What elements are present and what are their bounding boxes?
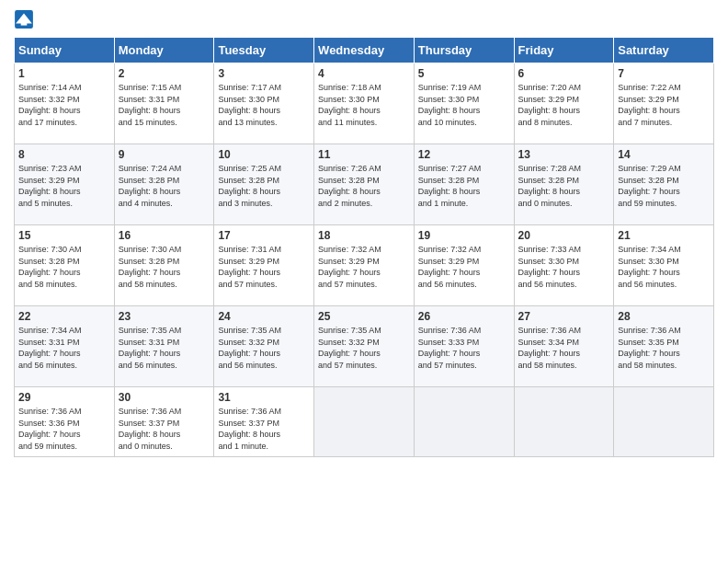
day-info: Sunrise: 7:27 AM Sunset: 3:28 PM Dayligh… [418,163,510,209]
calendar-cell: 2Sunrise: 7:15 AM Sunset: 3:31 PM Daylig… [114,63,214,144]
week-row-5: 29Sunrise: 7:36 AM Sunset: 3:36 PM Dayli… [15,387,714,457]
calendar-cell: 19Sunrise: 7:32 AM Sunset: 3:29 PM Dayli… [414,225,514,306]
day-number: 23 [119,310,210,323]
day-info: Sunrise: 7:34 AM Sunset: 3:31 PM Dayligh… [18,325,110,371]
calendar-cell [314,387,415,457]
header-row: SundayMondayTuesdayWednesdayThursdayFrid… [15,38,714,63]
calendar-cell: 12Sunrise: 7:27 AM Sunset: 3:28 PM Dayli… [414,144,514,225]
calendar-cell: 23Sunrise: 7:35 AM Sunset: 3:31 PM Dayli… [114,306,214,387]
day-info: Sunrise: 7:26 AM Sunset: 3:28 PM Dayligh… [318,163,410,209]
day-number: 6 [518,67,610,80]
day-number: 13 [518,148,610,161]
day-number: 30 [119,391,210,404]
calendar-cell: 31Sunrise: 7:36 AM Sunset: 3:37 PM Dayli… [214,387,314,457]
day-info: Sunrise: 7:36 AM Sunset: 3:36 PM Dayligh… [18,406,110,452]
calendar-body: 1Sunrise: 7:14 AM Sunset: 3:32 PM Daylig… [15,63,714,457]
col-header-monday: Monday [114,38,214,63]
logo [14,9,38,29]
calendar-cell: 5Sunrise: 7:19 AM Sunset: 3:30 PM Daylig… [414,63,514,144]
day-number: 3 [218,67,310,80]
day-number: 9 [119,148,210,161]
col-header-saturday: Saturday [614,38,714,63]
calendar-cell: 1Sunrise: 7:14 AM Sunset: 3:32 PM Daylig… [15,63,115,144]
day-number: 14 [618,148,710,161]
day-number: 25 [318,310,410,323]
day-info: Sunrise: 7:36 AM Sunset: 3:34 PM Dayligh… [518,325,610,371]
week-row-2: 8Sunrise: 7:23 AM Sunset: 3:29 PM Daylig… [15,144,714,225]
day-number: 22 [18,310,110,323]
day-info: Sunrise: 7:32 AM Sunset: 3:29 PM Dayligh… [418,244,510,290]
day-info: Sunrise: 7:28 AM Sunset: 3:28 PM Dayligh… [518,163,610,209]
calendar-cell [514,387,614,457]
calendar-cell: 7Sunrise: 7:22 AM Sunset: 3:29 PM Daylig… [614,63,714,144]
col-header-friday: Friday [514,38,614,63]
day-info: Sunrise: 7:24 AM Sunset: 3:28 PM Dayligh… [119,163,210,209]
week-row-1: 1Sunrise: 7:14 AM Sunset: 3:32 PM Daylig… [15,63,714,144]
day-info: Sunrise: 7:25 AM Sunset: 3:28 PM Dayligh… [218,163,310,209]
day-number: 5 [418,67,510,80]
svg-rect-2 [21,21,28,25]
day-info: Sunrise: 7:36 AM Sunset: 3:37 PM Dayligh… [218,406,310,452]
col-header-tuesday: Tuesday [214,38,314,63]
day-info: Sunrise: 7:17 AM Sunset: 3:30 PM Dayligh… [218,82,310,128]
day-number: 16 [119,229,210,242]
calendar-cell: 21Sunrise: 7:34 AM Sunset: 3:30 PM Dayli… [614,225,714,306]
calendar-cell: 13Sunrise: 7:28 AM Sunset: 3:28 PM Dayli… [514,144,614,225]
calendar-cell: 4Sunrise: 7:18 AM Sunset: 3:30 PM Daylig… [314,63,415,144]
day-number: 8 [18,148,110,161]
day-number: 15 [18,229,110,242]
day-number: 27 [518,310,610,323]
calendar-cell: 16Sunrise: 7:30 AM Sunset: 3:28 PM Dayli… [114,225,214,306]
day-number: 11 [318,148,410,161]
day-info: Sunrise: 7:30 AM Sunset: 3:28 PM Dayligh… [119,244,210,290]
day-info: Sunrise: 7:34 AM Sunset: 3:30 PM Dayligh… [618,244,710,290]
calendar-cell: 6Sunrise: 7:20 AM Sunset: 3:29 PM Daylig… [514,63,614,144]
day-info: Sunrise: 7:31 AM Sunset: 3:29 PM Dayligh… [218,244,310,290]
day-number: 19 [418,229,510,242]
day-number: 29 [18,391,110,404]
day-info: Sunrise: 7:18 AM Sunset: 3:30 PM Dayligh… [318,82,410,128]
logo-icon [14,9,34,29]
calendar-cell: 20Sunrise: 7:33 AM Sunset: 3:30 PM Dayli… [514,225,614,306]
calendar-table: SundayMondayTuesdayWednesdayThursdayFrid… [14,37,714,457]
day-number: 7 [618,67,710,80]
calendar-header: SundayMondayTuesdayWednesdayThursdayFrid… [15,38,714,63]
day-number: 12 [418,148,510,161]
col-header-thursday: Thursday [414,38,514,63]
calendar-cell: 9Sunrise: 7:24 AM Sunset: 3:28 PM Daylig… [114,144,214,225]
day-info: Sunrise: 7:35 AM Sunset: 3:32 PM Dayligh… [218,325,310,371]
day-info: Sunrise: 7:35 AM Sunset: 3:31 PM Dayligh… [119,325,210,371]
calendar-cell: 24Sunrise: 7:35 AM Sunset: 3:32 PM Dayli… [214,306,314,387]
calendar-cell: 28Sunrise: 7:36 AM Sunset: 3:35 PM Dayli… [614,306,714,387]
week-row-4: 22Sunrise: 7:34 AM Sunset: 3:31 PM Dayli… [15,306,714,387]
calendar-cell: 14Sunrise: 7:29 AM Sunset: 3:28 PM Dayli… [614,144,714,225]
col-header-wednesday: Wednesday [314,38,415,63]
day-number: 28 [618,310,710,323]
calendar-cell: 15Sunrise: 7:30 AM Sunset: 3:28 PM Dayli… [15,225,115,306]
calendar-cell: 22Sunrise: 7:34 AM Sunset: 3:31 PM Dayli… [15,306,115,387]
day-number: 26 [418,310,510,323]
day-number: 21 [618,229,710,242]
day-number: 20 [518,229,610,242]
calendar-cell [614,387,714,457]
calendar-cell: 11Sunrise: 7:26 AM Sunset: 3:28 PM Dayli… [314,144,415,225]
day-info: Sunrise: 7:20 AM Sunset: 3:29 PM Dayligh… [518,82,610,128]
day-info: Sunrise: 7:30 AM Sunset: 3:28 PM Dayligh… [18,244,110,290]
day-number: 2 [119,67,210,80]
day-info: Sunrise: 7:35 AM Sunset: 3:32 PM Dayligh… [318,325,410,371]
calendar-cell: 29Sunrise: 7:36 AM Sunset: 3:36 PM Dayli… [15,387,115,457]
calendar-cell: 25Sunrise: 7:35 AM Sunset: 3:32 PM Dayli… [314,306,415,387]
day-info: Sunrise: 7:15 AM Sunset: 3:31 PM Dayligh… [119,82,210,128]
calendar-cell: 18Sunrise: 7:32 AM Sunset: 3:29 PM Dayli… [314,225,415,306]
day-info: Sunrise: 7:22 AM Sunset: 3:29 PM Dayligh… [618,82,710,128]
day-info: Sunrise: 7:19 AM Sunset: 3:30 PM Dayligh… [418,82,510,128]
day-number: 4 [318,67,410,80]
calendar-cell: 26Sunrise: 7:36 AM Sunset: 3:33 PM Dayli… [414,306,514,387]
calendar-cell: 8Sunrise: 7:23 AM Sunset: 3:29 PM Daylig… [15,144,115,225]
day-info: Sunrise: 7:29 AM Sunset: 3:28 PM Dayligh… [618,163,710,209]
calendar-cell: 30Sunrise: 7:36 AM Sunset: 3:37 PM Dayli… [114,387,214,457]
calendar-cell: 10Sunrise: 7:25 AM Sunset: 3:28 PM Dayli… [214,144,314,225]
calendar-cell: 3Sunrise: 7:17 AM Sunset: 3:30 PM Daylig… [214,63,314,144]
day-number: 10 [218,148,310,161]
day-number: 31 [218,391,310,404]
